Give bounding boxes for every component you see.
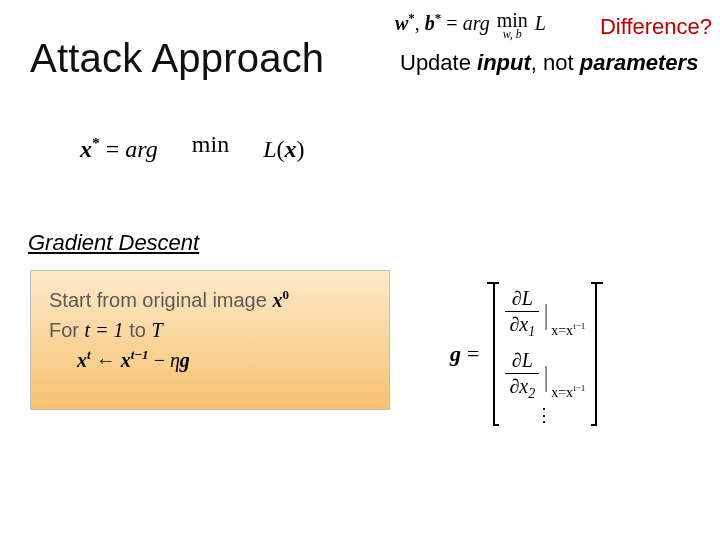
slide-title: Attack Approach [30,36,324,81]
update-caption: Update input, not parameters [400,50,698,76]
left-bracket-icon [487,282,499,426]
algorithm-box: Start from original image x0 For t = 1 t… [30,270,390,410]
attack-objective-equation: x* = arg minx L(x) [80,132,305,172]
algo-line-1: Start from original image x0 [49,285,371,315]
gradient-row-1: ∂L ∂x1 | x=xt−1 [505,288,585,340]
vertical-dots-icon: ⋮ [505,411,585,420]
algo-line-3: xt ← xt−1 − ηg [49,345,371,375]
algo-line-2: For t = 1 to T [49,315,371,345]
gradient-descent-heading: Gradient Descent [28,230,199,256]
gradient-row-2: ∂L ∂x2 | x=xt−1 [505,350,585,402]
difference-label: Difference? [600,14,712,40]
right-bracket-icon [591,282,603,426]
slide: w*, b* = arg minw, b L Difference? Attac… [0,0,720,540]
gradient-vector: g = ∂L ∂x1 | x=xt−1 ∂L [450,282,603,426]
training-objective-equation: w*, b* = arg minw, b L [395,10,546,40]
